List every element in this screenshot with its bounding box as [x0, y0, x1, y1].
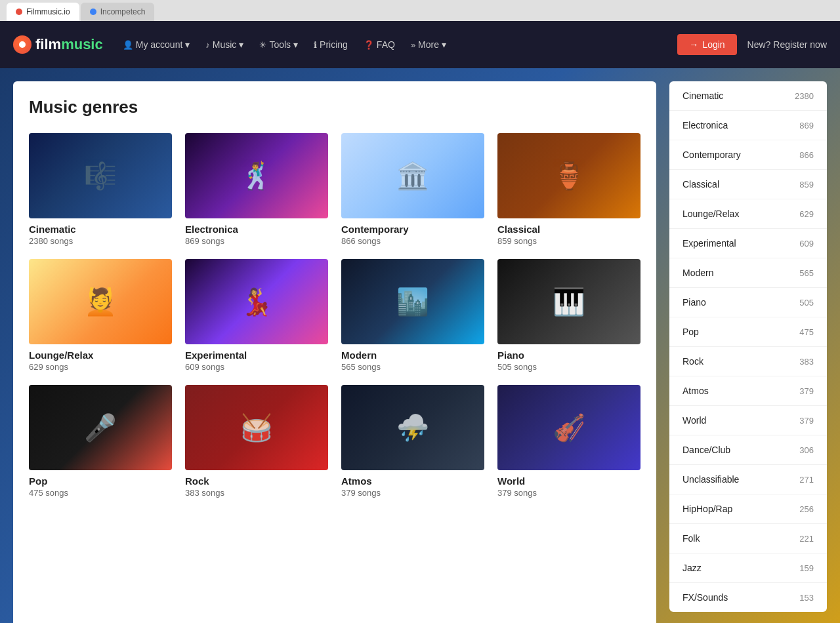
- sidebar-genre-count-atmos: 379: [799, 386, 814, 396]
- genre-img-classical: [497, 133, 640, 218]
- nav-more[interactable]: » More ▾: [404, 34, 453, 55]
- genre-card-contemporary[interactable]: Contemporary866 songs: [341, 133, 484, 246]
- genre-count-modern: 565 songs: [341, 362, 484, 372]
- genre-card-cinematic[interactable]: Cinematic2380 songs: [29, 133, 172, 246]
- genre-card-modern[interactable]: Modern565 songs: [341, 259, 484, 372]
- genre-card-experimental[interactable]: Experimental609 songs: [185, 259, 328, 372]
- genre-img-piano: [497, 259, 640, 344]
- sidebar-genre-name-pop: Pop: [682, 327, 699, 337]
- sidebar-item-jazz[interactable]: Jazz159: [669, 553, 827, 583]
- logo-film: film: [35, 36, 61, 52]
- tab-dot-incompetech: [90, 9, 96, 15]
- sidebar-item-piano[interactable]: Piano505: [669, 288, 827, 317]
- sidebar-item-fx-sounds[interactable]: FX/Sounds153: [669, 583, 827, 612]
- sidebar-genre-count-piano: 505: [799, 298, 814, 308]
- nav-music[interactable]: ♪ Music ▾: [199, 34, 250, 55]
- tab-label-filmmusic: Filmmusic.io: [26, 7, 70, 16]
- sidebar-item-electronica[interactable]: Electronica869: [669, 111, 827, 140]
- genre-card-world[interactable]: World379 songs: [497, 385, 640, 498]
- genre-count-classical: 859 songs: [497, 236, 640, 246]
- sidebar-genre-name-dance-club: Dance/Club: [682, 445, 730, 455]
- login-label: Login: [702, 39, 724, 50]
- sidebar-genre-count-classical: 859: [799, 180, 814, 190]
- nav-tools[interactable]: ✳ Tools ▾: [253, 34, 304, 55]
- genre-count-experimental: 609 songs: [185, 362, 328, 372]
- sidebar-item-experimental[interactable]: Experimental609: [669, 229, 827, 258]
- genre-card-rock[interactable]: Rock383 songs: [185, 385, 328, 498]
- sidebar-item-contemporary[interactable]: Contemporary866: [669, 140, 827, 170]
- sidebar-genre-count-experimental: 609: [799, 239, 814, 249]
- nav-pricing-label: Pricing: [320, 39, 348, 50]
- sidebar-item-folk[interactable]: Folk221: [669, 524, 827, 553]
- sidebar-item-atmos[interactable]: Atmos379: [669, 376, 827, 406]
- genre-name-atmos: Atmos: [341, 475, 484, 487]
- nav-faq-label: FAQ: [377, 39, 395, 50]
- sidebar-item-modern[interactable]: Modern565: [669, 258, 827, 288]
- genre-card-lounge[interactable]: Lounge/Relax629 songs: [29, 259, 172, 372]
- sidebar-genre-name-folk: Folk: [682, 533, 700, 544]
- sidebar-genre-name-electronica: Electronica: [682, 120, 728, 131]
- sidebar: Cinematic2380Electronica869Contemporary8…: [669, 81, 827, 623]
- sidebar-genre-name-rock: Rock: [682, 356, 704, 367]
- sidebar-item-lounge[interactable]: Lounge/Relax629: [669, 199, 827, 229]
- genre-name-piano: Piano: [497, 350, 640, 361]
- sidebar-item-rock[interactable]: Rock383: [669, 347, 827, 376]
- logo-music: music: [61, 36, 103, 52]
- genre-card-piano[interactable]: Piano505 songs: [497, 259, 640, 372]
- genre-name-classical: Classical: [497, 224, 640, 235]
- more-icon: »: [411, 40, 415, 50]
- sidebar-genre-name-modern: Modern: [682, 268, 713, 278]
- genre-count-contemporary: 866 songs: [341, 236, 484, 246]
- sidebar-genre-count-unclassifiable: 271: [799, 475, 814, 485]
- sidebar-item-dance-club[interactable]: Dance/Club306: [669, 435, 827, 465]
- tab-filmmusic[interactable]: Filmmusic.io: [7, 3, 79, 21]
- browser-tabs: Filmmusic.io Incompetech: [0, 0, 840, 21]
- tab-incompetech[interactable]: Incompetech: [81, 3, 155, 21]
- nav-my-account[interactable]: 👤 My account ▾: [116, 34, 197, 55]
- page-background: Music genres Cinematic2380 songsElectron…: [0, 68, 840, 623]
- sidebar-item-world[interactable]: World379: [669, 406, 827, 435]
- login-button[interactable]: → Login: [677, 34, 736, 55]
- nav-music-label: Music: [213, 39, 237, 50]
- sidebar-genre-count-cinematic: 2380: [795, 91, 814, 101]
- page-title: Music genres: [29, 97, 640, 117]
- genres-grid: Cinematic2380 songsElectronica869 songsC…: [29, 133, 640, 498]
- genre-img-world: [497, 385, 640, 470]
- sidebar-item-hiphop-rap[interactable]: HipHop/Rap256: [669, 494, 827, 524]
- sidebar-genre-name-classical: Classical: [682, 179, 719, 190]
- sidebar-genre-count-lounge: 629: [799, 209, 814, 219]
- login-icon: →: [689, 39, 698, 50]
- sidebar-genre-count-world: 379: [799, 416, 814, 426]
- nav-pricing[interactable]: ℹ Pricing: [307, 34, 354, 55]
- logo[interactable]: filmmusic: [13, 35, 103, 54]
- sidebar-item-pop[interactable]: Pop475: [669, 317, 827, 347]
- sidebar-genre-count-jazz: 159: [799, 563, 814, 573]
- genre-name-experimental: Experimental: [185, 350, 328, 361]
- sidebar-item-cinematic[interactable]: Cinematic2380: [669, 81, 827, 111]
- genre-card-classical[interactable]: Classical859 songs: [497, 133, 640, 246]
- genre-name-cinematic: Cinematic: [29, 224, 172, 235]
- sidebar-genre-count-rock: 383: [799, 357, 814, 367]
- nav-tools-arrow: ▾: [293, 39, 298, 50]
- nav-faq[interactable]: ❓ FAQ: [357, 34, 402, 55]
- genre-count-cinematic: 2380 songs: [29, 236, 172, 246]
- sidebar-genre-name-jazz: Jazz: [682, 563, 702, 573]
- genre-count-pop: 475 songs: [29, 488, 172, 498]
- sidebar-item-classical[interactable]: Classical859: [669, 170, 827, 199]
- genre-img-modern: [341, 259, 484, 344]
- genre-card-pop[interactable]: Pop475 songs: [29, 385, 172, 498]
- genre-img-experimental: [185, 259, 328, 344]
- sidebar-genre-count-fx-sounds: 153: [799, 593, 814, 603]
- genre-card-atmos[interactable]: Atmos379 songs: [341, 385, 484, 498]
- sidebar-genre-count-electronica: 869: [799, 121, 814, 131]
- sidebar-genre-count-hiphop-rap: 256: [799, 504, 814, 514]
- sidebar-list: Cinematic2380Electronica869Contemporary8…: [669, 81, 827, 612]
- sidebar-genre-name-hiphop-rap: HipHop/Rap: [682, 504, 732, 514]
- genre-name-electronica: Electronica: [185, 224, 328, 235]
- sidebar-genre-name-piano: Piano: [682, 297, 706, 308]
- register-text[interactable]: New? Register now: [747, 39, 827, 50]
- genre-card-electronica[interactable]: Electronica869 songs: [185, 133, 328, 246]
- music-icon: ♪: [205, 40, 210, 50]
- sidebar-item-unclassifiable[interactable]: Unclassifiable271: [669, 465, 827, 494]
- nav-more-label: More: [418, 39, 439, 50]
